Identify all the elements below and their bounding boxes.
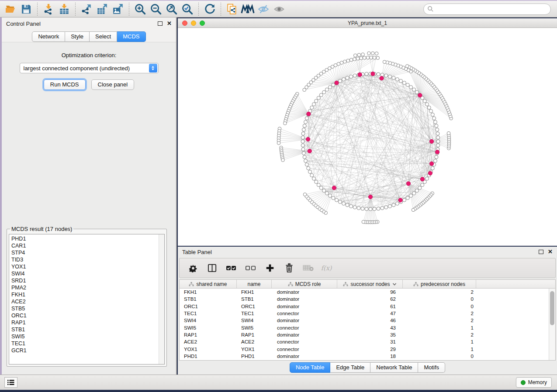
mcds-node-item[interactable]: STP4	[11, 249, 164, 256]
column-header-shared-name[interactable]: shared name	[180, 280, 237, 288]
zoom-out-icon[interactable]	[148, 2, 164, 16]
zoom-in-icon[interactable]	[132, 2, 148, 16]
mcds-node-item[interactable]: TID3	[11, 256, 164, 263]
table-row[interactable]: RAP1RAP1dominator352	[180, 331, 549, 338]
table-cell: 2	[403, 289, 476, 295]
tab-network[interactable]: Network	[32, 31, 65, 42]
table-cell: connector	[272, 347, 337, 352]
table-cell: ORC1	[237, 304, 272, 309]
show-all-icon[interactable]	[271, 2, 287, 16]
table-cell: dominator	[272, 289, 337, 295]
run-mcds-button[interactable]: Run MCDS	[44, 79, 86, 90]
column-header-predecessor-nodes[interactable]: predecessor nodes	[403, 280, 476, 288]
mcds-result-list[interactable]: PHD1CAR1STP4TID3YOX1SWI4SRD1PMA2FKH1ACE2…	[9, 234, 165, 364]
deselect-all-icon[interactable]	[243, 261, 258, 275]
mcds-node-item[interactable]: FKH1	[11, 291, 164, 298]
close-panel-button[interactable]: Close panel	[91, 79, 135, 90]
mcds-node-item[interactable]: SWI4	[11, 270, 164, 277]
table-toolbar: f(x)	[179, 258, 556, 278]
network-window-titlebar[interactable]: YPA_prune.txt_1	[178, 18, 557, 28]
tab-style[interactable]: Style	[65, 31, 90, 42]
export-image-icon[interactable]	[110, 2, 126, 16]
table-row[interactable]: ACE2ACE2connector311	[180, 338, 549, 345]
network-canvas[interactable]	[178, 28, 557, 246]
table-scrollbar-thumb[interactable]	[550, 291, 554, 325]
table-cell: SWI5	[237, 325, 272, 330]
close-table-panel-icon[interactable]: ✕	[548, 250, 553, 254]
table-cell: dominator	[272, 332, 337, 337]
mcds-node-item[interactable]: ACE2	[11, 298, 164, 305]
show-panels-menu-button[interactable]	[4, 377, 17, 388]
table-cell: 47	[337, 311, 403, 316]
table-cell: SWI4	[180, 318, 237, 323]
table-row[interactable]: STB1STB1dominator620	[180, 296, 549, 303]
table-cell: YOX1	[180, 347, 237, 352]
import-table-icon[interactable]	[56, 2, 72, 16]
table-cell: connector	[272, 311, 337, 316]
network-graph[interactable]	[178, 28, 556, 246]
zoom-fit-icon[interactable]	[164, 2, 180, 16]
first-neighbors-icon[interactable]	[240, 2, 256, 16]
table-row[interactable]: FKH1FKH1dominator962	[180, 289, 549, 296]
float-table-panel-icon[interactable]	[539, 250, 543, 254]
mcds-node-item[interactable]: CAR1	[11, 242, 164, 249]
table-cell: SWI4	[237, 318, 272, 323]
table-row[interactable]: ORC1ORC1dominator610	[180, 303, 549, 310]
mcds-node-item[interactable]: PMA2	[11, 284, 164, 291]
refresh-icon[interactable]	[202, 2, 218, 16]
table-panel-title: Table Panel	[182, 249, 212, 255]
column-header-successor-nodes[interactable]: successor nodes	[337, 280, 403, 288]
tab-select[interactable]: Select	[90, 31, 117, 42]
table-row[interactable]: SWI4SWI4dominator462	[180, 317, 549, 324]
mcds-node-item[interactable]: STB5	[11, 305, 164, 312]
table-scrollbar[interactable]	[549, 289, 555, 360]
table-tab-network-table[interactable]: Network Table	[370, 362, 418, 373]
table-tab-node-table[interactable]: Node Table	[290, 362, 331, 373]
function-builder-icon: f(x)	[320, 261, 335, 275]
show-hide-columns-icon[interactable]	[205, 261, 220, 275]
delete-column-icon[interactable]	[282, 261, 297, 275]
import-network-icon[interactable]	[41, 2, 56, 16]
table-row[interactable]: PHD1PHD1dominator180	[180, 353, 549, 360]
mcds-node-item[interactable]: STB1	[11, 326, 164, 333]
mcds-node-item[interactable]: YOX1	[11, 263, 164, 270]
table-settings-icon[interactable]	[186, 261, 201, 275]
float-panel-icon[interactable]	[158, 21, 163, 26]
mcds-node-item[interactable]: RAP1	[11, 319, 164, 326]
close-panel-icon[interactable]: ✕	[167, 21, 172, 26]
select-all-icon[interactable]	[224, 261, 239, 275]
mcds-node-item[interactable]: SWI5	[11, 333, 164, 340]
table-row[interactable]: YOX1YOX1connector291	[180, 345, 549, 352]
mcds-list-scrollbar[interactable]	[159, 234, 164, 364]
table-cell: YOX1	[237, 347, 272, 352]
zoom-selected-icon[interactable]	[180, 2, 195, 16]
table-header-row: shared namenameMCDS rolesuccessor nodesp…	[180, 280, 555, 289]
table-tab-motifs[interactable]: Motifs	[418, 362, 445, 373]
memory-button[interactable]: Memory	[516, 377, 552, 388]
mcds-node-item[interactable]: GCR1	[11, 347, 164, 354]
export-table-icon[interactable]	[94, 2, 110, 16]
criterion-select[interactable]: largest connected component (undirected)	[20, 63, 159, 73]
save-session-icon[interactable]	[18, 2, 34, 16]
export-network-icon[interactable]	[79, 2, 94, 16]
table-cell: 96	[337, 289, 403, 295]
mcds-node-item[interactable]: SRD1	[11, 277, 164, 284]
table-cell: ACE2	[237, 339, 272, 344]
hide-selected-icon[interactable]	[256, 2, 271, 16]
mcds-node-item[interactable]: ORC1	[11, 312, 164, 319]
open-session-icon[interactable]	[3, 2, 18, 16]
search-box[interactable]	[423, 3, 551, 15]
column-header-name[interactable]: name	[237, 280, 272, 288]
search-input[interactable]	[434, 6, 547, 12]
tab-mcds[interactable]: MCDS	[117, 31, 145, 42]
new-network-from-selection-icon[interactable]	[224, 2, 240, 16]
table-row[interactable]: SWI5SWI5connector431	[180, 324, 549, 331]
table-row[interactable]: TEC1TEC1connector472	[180, 310, 549, 317]
mcds-node-item[interactable]: PHD1	[11, 235, 164, 242]
column-header-mcds-role[interactable]: MCDS role	[272, 280, 337, 288]
mcds-node-item[interactable]: TEC1	[11, 340, 164, 347]
new-column-icon[interactable]	[263, 261, 277, 275]
table-cell: 2	[403, 318, 476, 323]
table-cell: dominator	[272, 354, 337, 359]
table-tab-edge-table[interactable]: Edge Table	[330, 362, 370, 373]
